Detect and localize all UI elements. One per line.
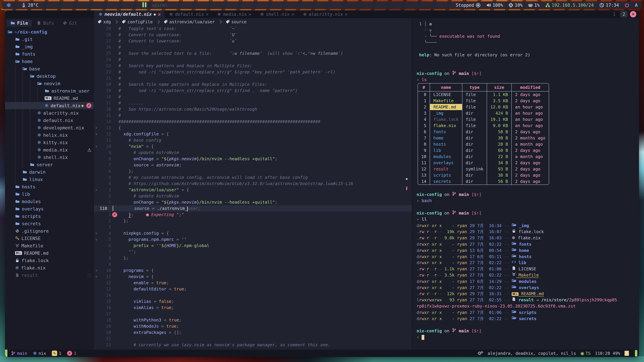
- code-line[interactable]: 11 # base config: [94, 137, 412, 143]
- code-line[interactable]: ∨ 11 neovim = {: [94, 274, 412, 280]
- code-line[interactable]: ∨ 10 "nvim" = {: [94, 143, 412, 149]
- editor-pane[interactable]: xdg configFile astronvim/lua/user source…: [94, 18, 412, 350]
- tab-close-icon[interactable]: ✕: [249, 12, 252, 17]
- code-line[interactable]: 7 '';: [94, 249, 412, 255]
- buffer-tab-media.nix[interactable]: ❄media.nix ✕: [213, 10, 256, 18]
- code-line[interactable]: 9: [94, 261, 412, 267]
- fold-marker[interactable]: ∨: [94, 143, 99, 149]
- tree-item-lib[interactable]: lib: [5, 190, 94, 198]
- tree-item-LICENSE[interactable]: LICENSE: [5, 235, 94, 242]
- tree-item-linux[interactable]: linux: [5, 176, 94, 183]
- code-line[interactable]: 1 ✗ }; ■ Expecting ";": [94, 212, 412, 218]
- code-line[interactable]: 110 source = ./astronvim_user;: [94, 205, 412, 212]
- code-line[interactable]: 18 #: [94, 94, 412, 100]
- tabpage-1[interactable]: 1: [610, 11, 618, 17]
- tree-item-README.md[interactable]: M↓README.md: [5, 249, 94, 257]
- tree-item-shell.nix[interactable]: ❄shell.nix: [5, 153, 94, 161]
- topbar-item-stop[interactable]: Stopped: [456, 3, 480, 8]
- scrollbar-thumb[interactable]: [406, 178, 408, 180]
- code-line[interactable]: 28 # Convert to uppercase: `U`: [94, 32, 412, 38]
- tree-item-media.nix[interactable]: ❄media.nix ⚠: [5, 146, 94, 153]
- tree-item-default.nix[interactable]: ❄default.nix ●✗: [5, 102, 94, 109]
- topbar-item-network[interactable]: 192.168.5.100/24: [546, 3, 594, 8]
- code-line[interactable]: 18 withPython3 = true;: [94, 317, 412, 323]
- tab-close-icon[interactable]: ✕: [345, 12, 348, 17]
- topbar-item-clock[interactable]: 17:34: [600, 3, 619, 8]
- fold-marker[interactable]: ∨: [94, 274, 99, 280]
- code-line[interactable]: 19 # sed -ri "s/pattern_str/replace_str/…: [94, 87, 412, 94]
- code-line[interactable]: 27 # Convert to lowercase: `u`: [94, 38, 412, 44]
- code-line[interactable]: 16 vimAlias = true;: [94, 305, 412, 311]
- code-line[interactable]: 21 #: [94, 75, 412, 81]
- tree-item-fonts[interactable]: fonts: [5, 50, 94, 58]
- code-line[interactable]: 29 # Toggle text's case: `~`: [94, 25, 412, 32]
- buffer-tab-shell.nix[interactable]: ❄shell.nix ✕: [256, 10, 298, 18]
- tree-item-Makefile[interactable]: Makefile: [5, 242, 94, 249]
- code-line[interactable]: 2 };: [94, 218, 412, 224]
- tree-item-kitty.nix[interactable]: ❄kitty.nix: [5, 139, 94, 146]
- code-line[interactable]: 7 source = astronvim;: [94, 162, 412, 168]
- tree-item-default.nix[interactable]: ❄default.nix: [5, 117, 94, 124]
- code-line[interactable]: 8 onChange = "${pkgs.neovim}/bin/nvim --…: [94, 156, 412, 162]
- code-line[interactable]: ∨ 3 "astronvim/lua/user" = {: [94, 187, 412, 193]
- neotree-tab-Bufs[interactable]: Bufs: [33, 19, 58, 27]
- tree-item-result[interactable]: result ◌: [5, 272, 94, 279]
- tab-close-icon[interactable]: ✕: [158, 12, 160, 17]
- tree-item-server[interactable]: server: [5, 161, 94, 168]
- code-area[interactable]: 29 # Toggle text's case: `~` 28 # Conver…: [94, 25, 412, 350]
- code-line[interactable]: 9 # update AstroNvim: [94, 149, 412, 156]
- code-line[interactable]: 24 #: [94, 56, 412, 63]
- fold-marker[interactable]: ∨: [94, 131, 99, 137]
- code-line[interactable]: 13 defaultEditor = true;: [94, 286, 412, 292]
- breadcrumb-xdg[interactable]: xdg: [97, 19, 111, 24]
- code-line[interactable]: 14 #####################################…: [94, 118, 412, 125]
- fold-marker[interactable]: ∨: [94, 187, 99, 193]
- code-line[interactable]: ∨ 12 xdg.configFile = {: [94, 131, 412, 137]
- neotree-tab-File[interactable]: File: [7, 19, 32, 27]
- code-line[interactable]: 16 # See https://astronvim.com/Basic%20U…: [94, 106, 412, 112]
- code-line[interactable]: 3: [94, 224, 412, 230]
- tree-item-base[interactable]: base: [5, 65, 94, 72]
- tabpage-2[interactable]: 2: [620, 11, 628, 17]
- breadcrumb-configFile[interactable]: configFile: [122, 19, 153, 24]
- code-line[interactable]: 15 #: [94, 112, 412, 118]
- code-line[interactable]: 25 # Save the selected text to a file: `…: [94, 50, 412, 56]
- code-line[interactable]: 15 viAlias = false;: [94, 298, 412, 305]
- tree-item-.gitignore[interactable]: .gitignore: [5, 227, 94, 235]
- code-line[interactable]: 21: [94, 336, 412, 342]
- code-line[interactable]: 23 # Search key pattern and Replace in M…: [94, 63, 412, 69]
- topbar-item-power[interactable]: [624, 3, 629, 7]
- buffer-tab-default.nix[interactable]: ❄default.nix ✕: [165, 10, 213, 18]
- tree-item-development.nix[interactable]: ❄development.nix: [5, 124, 94, 131]
- tree-item-darwin[interactable]: darwin: [5, 168, 94, 176]
- buffer-tab-neovim/default.nix[interactable]: ❄neovim/default.nix ● ✕: [94, 10, 165, 18]
- code-line[interactable]: 26 #: [94, 44, 412, 50]
- tree-item-flake.lock[interactable]: flake.lock: [5, 257, 94, 264]
- tabpage-close-icon[interactable]: ✕: [630, 11, 636, 17]
- tree-item-.git[interactable]: .git: [5, 35, 94, 43]
- topbar-item-A[interactable]: A: [635, 3, 638, 8]
- fold-marker[interactable]: ∨: [94, 230, 99, 236]
- tree-item-scripts[interactable]: scripts: [5, 213, 94, 220]
- code-line[interactable]: 17 # ......: [94, 100, 412, 106]
- code-line[interactable]: ∨ 5 programs.npm.npmrc = '': [94, 236, 412, 243]
- code-line[interactable]: 2 # update AstroNvim: [94, 193, 412, 199]
- tree-item-alacritty.nix[interactable]: ❄alacritty.nix: [5, 109, 94, 117]
- neotree-tab-Git[interactable]: Git: [59, 19, 81, 27]
- modified-count[interactable]: 1: [59, 351, 62, 356]
- code-line[interactable]: 6 };: [94, 168, 412, 174]
- error-count[interactable]: 1: [74, 351, 76, 356]
- code-line[interactable]: 20 # Search file name pattern and Replac…: [94, 81, 412, 87]
- tree-item-helix.nix[interactable]: ❄helix.nix: [5, 131, 94, 139]
- tree-item-README.md[interactable]: M↓README.md: [5, 94, 94, 102]
- terminal-pane[interactable]: 1 │ a · ┬ · ╰── executable was not found…: [412, 18, 639, 350]
- fold-marker[interactable]: ∨: [94, 267, 99, 274]
- tree-item-astronvim_user[interactable]: astronvim_user: [5, 87, 94, 94]
- breadcrumb-source[interactable]: source: [226, 19, 246, 24]
- buffer-tab-alacritty.nix[interactable]: ❄alacritty.nix ✕: [298, 10, 352, 18]
- fold-marker[interactable]: ∨: [94, 236, 99, 243]
- fold-marker[interactable]: ∨: [94, 125, 99, 131]
- tree-item-secrets[interactable]: secrets: [5, 220, 94, 227]
- breadcrumb-astronvim/lua/user[interactable]: astronvim/lua/user: [163, 19, 215, 24]
- tree-item-flake.nix[interactable]: ❄flake.nix: [5, 264, 94, 272]
